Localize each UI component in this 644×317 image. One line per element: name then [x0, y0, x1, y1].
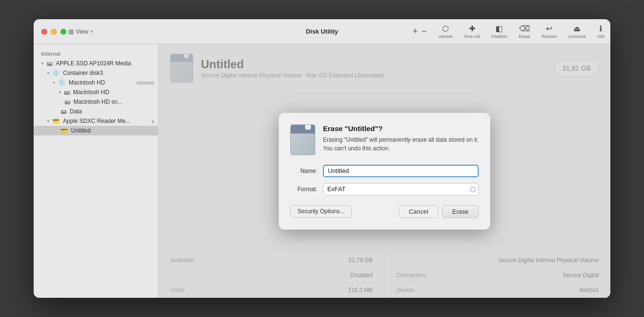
firstaid-button[interactable]: ✚ First Aid	[458, 22, 486, 41]
hd-icon: 🖴	[64, 89, 70, 96]
chevron-down-icon: ▾	[47, 119, 50, 123]
macintosh-label: Macintosh HD	[69, 79, 133, 86]
firstaid-icon: ✚	[469, 24, 475, 33]
reader-label: Apple SDXC Reader Me...	[63, 118, 150, 124]
container-icon: 💿	[52, 70, 60, 76]
partition-icon: ◧	[495, 24, 503, 33]
dialog-form: Name: Format: ExFAT Mac OS Extended (Jou…	[290, 165, 479, 195]
sidebar-item-data[interactable]: 🖴 Data	[34, 107, 158, 116]
chevron-down-icon: ▾	[59, 90, 61, 95]
sidebar-section-internal: Internal	[34, 48, 158, 59]
info-button[interactable]: ℹ Info	[592, 22, 610, 41]
format-select-wrapper: ExFAT Mac OS Extended (Journaled) Mac OS…	[323, 183, 479, 195]
volume-button[interactable]: ⬡ Volume	[433, 22, 458, 41]
info-label: Info	[597, 34, 605, 39]
dialog-buttons: Security Options... Cancel Erase	[290, 205, 479, 218]
minimize-button[interactable]	[51, 29, 57, 35]
volume-label: Volume	[438, 34, 453, 39]
dialog-overlay: Erase "Untitled"? Erasing "Untitled" wil…	[159, 44, 610, 298]
dialog-title: Erase "Untitled"?	[323, 124, 479, 133]
cancel-erase-group: Cancel Erase	[399, 205, 479, 218]
data-icon: 🖴	[61, 108, 66, 115]
macintosh-sn-label: Macintosh HD sn...	[74, 98, 154, 105]
view-label: View	[76, 28, 88, 35]
add-remove-group: + −	[407, 24, 433, 38]
add-icon[interactable]: +	[411, 26, 420, 37]
volume-icon: ⬡	[442, 24, 449, 33]
macintosh-sub-label: Macintosh HD	[73, 89, 154, 96]
sidebar-item-untitled[interactable]: 💳 Untitled	[34, 126, 158, 135]
view-button[interactable]: ⊞ View ▾	[62, 26, 99, 37]
restore-label: Restore	[542, 34, 557, 39]
sidebar: Internal ▾ 🖴 APPLE SSD AP1024R Media ▾ 💿…	[34, 44, 159, 298]
cancel-button[interactable]: Cancel	[399, 205, 438, 218]
main-content: Internal ▾ 🖴 APPLE SSD AP1024R Media ▾ 💿…	[34, 44, 610, 298]
sidebar-item-macintosh-sn[interactable]: 🖴 Macintosh HD sn...	[34, 97, 158, 107]
reader-badge: ▸	[152, 119, 154, 124]
sidebar-item-container[interactable]: ▾ 💿 Container disk3	[34, 68, 158, 78]
erase-dialog: Erase "Untitled"? Erasing "Untitled" wil…	[279, 113, 490, 230]
title-bar-center: Disk Utility	[306, 28, 338, 35]
unmount-icon: ⏏	[573, 24, 581, 33]
chevron-down-icon: ▾	[53, 80, 55, 85]
remove-icon[interactable]: −	[420, 26, 429, 37]
format-row: Format: ExFAT Mac OS Extended (Journaled…	[290, 183, 479, 195]
erase-icon: ⌫	[519, 24, 530, 33]
title-bar: ⊞ View ▾ Disk Utility + − ⬡ Volume ✚ Fir…	[34, 19, 610, 44]
info-icon: ℹ	[599, 24, 602, 33]
sidebar-item-macintosh-sub[interactable]: ▾ 🖴 Macintosh HD	[34, 87, 158, 97]
reader-icon: 💳	[52, 118, 60, 124]
unmount-button[interactable]: ⏏ Unmount	[562, 22, 592, 41]
volumes-badge: volumes	[136, 80, 154, 85]
erase-button[interactable]: ⌫ Erase	[513, 22, 536, 41]
app-title: Disk Utility	[306, 28, 338, 35]
security-options-button[interactable]: Security Options...	[290, 205, 352, 218]
name-row: Name:	[290, 165, 479, 177]
hd-sn-icon: 🖴	[64, 98, 70, 105]
macintosh-icon: 💿	[58, 79, 65, 86]
container-label: Container disk3	[63, 70, 154, 76]
untitled-label: Untitled	[71, 127, 154, 134]
format-label: Format:	[290, 186, 317, 193]
toolbar-right: + − ⬡ Volume ✚ First Aid ◧ Partition ⌫ E…	[407, 19, 610, 44]
dialog-sd-icon	[290, 124, 315, 155]
ssd-label: APPLE SSD AP1024R Media	[56, 60, 154, 67]
unmount-label: Unmount	[568, 34, 586, 39]
erase-confirm-button[interactable]: Erase	[442, 205, 479, 218]
format-select[interactable]: ExFAT Mac OS Extended (Journaled) Mac OS…	[323, 183, 479, 195]
dialog-header: Erase "Untitled"? Erasing "Untitled" wil…	[290, 124, 479, 155]
untitled-icon: 💳	[61, 127, 68, 134]
right-panel: Untitled Secure Digital Internal Physica…	[159, 44, 610, 298]
firstaid-label: First Aid	[464, 34, 480, 39]
dialog-text: Erase "Untitled"? Erasing "Untitled" wil…	[323, 124, 479, 155]
chevron-down-icon: ▾	[47, 71, 50, 75]
sidebar-item-ssd[interactable]: ▾ 🖴 APPLE SSD AP1024R Media	[34, 59, 158, 68]
partition-label: Partition	[491, 34, 507, 39]
ssd-icon: 🖴	[47, 60, 52, 67]
restore-icon: ↩	[546, 24, 552, 33]
name-label: Name:	[290, 168, 317, 174]
close-button[interactable]	[41, 29, 47, 35]
sidebar-item-reader[interactable]: ▾ 💳 Apple SDXC Reader Me... ▸	[34, 116, 158, 126]
dialog-description: Erasing "Untitled" will permanently eras…	[323, 135, 479, 153]
sidebar-item-macintosh[interactable]: ▾ 💿 Macintosh HD volumes	[34, 78, 158, 87]
restore-button[interactable]: ↩ Restore	[536, 22, 563, 41]
erase-label: Erase	[519, 34, 530, 39]
chevron-down-icon: ▾	[41, 61, 44, 66]
partition-button[interactable]: ◧ Partition	[485, 22, 513, 41]
name-input[interactable]	[323, 165, 479, 177]
mac-window: ⊞ View ▾ Disk Utility + − ⬡ Volume ✚ Fir…	[34, 19, 610, 298]
data-label: Data	[70, 108, 154, 115]
